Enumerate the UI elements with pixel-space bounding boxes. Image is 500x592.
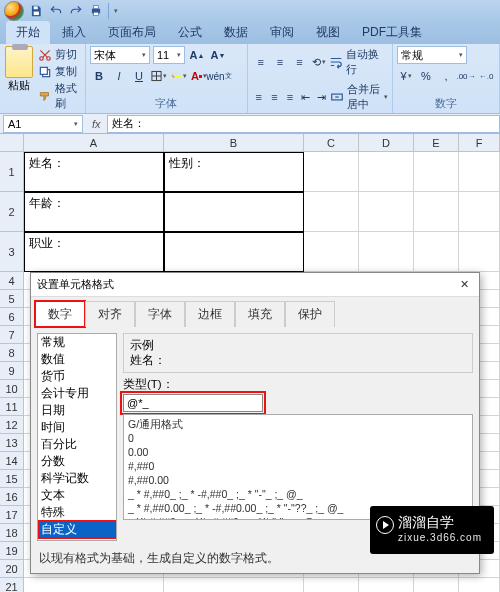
row-header[interactable]: 2 [0, 192, 24, 232]
row-header[interactable]: 3 [0, 232, 24, 272]
row-header[interactable]: 13 [0, 434, 24, 452]
format-list[interactable]: G/通用格式 0 0.00 #,##0 #,##0.00 _ * #,##0_ … [123, 414, 473, 520]
save-icon[interactable] [28, 3, 44, 19]
increase-indent-button[interactable]: ⇥ [314, 88, 328, 106]
cell[interactable] [304, 232, 359, 272]
category-item[interactable]: 日期 [38, 402, 116, 419]
decrease-indent-button[interactable]: ⇤ [299, 88, 313, 106]
cell[interactable] [414, 232, 459, 272]
tab-insert[interactable]: 插入 [52, 21, 96, 44]
row-header[interactable]: 21 [0, 578, 24, 592]
currency-button[interactable]: ¥▾ [397, 67, 415, 85]
align-right-button[interactable]: ≡ [283, 88, 297, 106]
print-icon[interactable] [88, 3, 104, 19]
row-header[interactable]: 20 [0, 560, 24, 578]
number-format-select[interactable]: 常规▾ [397, 46, 467, 64]
cell[interactable] [414, 152, 459, 192]
wrap-text-button[interactable]: 自动换行 [329, 46, 388, 78]
cell[interactable] [459, 192, 500, 232]
tab-review[interactable]: 审阅 [260, 21, 304, 44]
close-button[interactable]: ✕ [455, 276, 473, 294]
cell[interactable] [414, 192, 459, 232]
category-item[interactable]: 货币 [38, 368, 116, 385]
cell-a2[interactable]: 年龄： [24, 192, 164, 232]
bold-button[interactable]: B [90, 67, 108, 85]
tab-pdf[interactable]: PDF工具集 [352, 21, 432, 44]
category-item-custom[interactable]: 自定义 [38, 521, 116, 538]
category-item[interactable]: 科学记数 [38, 470, 116, 487]
shrink-font-button[interactable]: A▼ [209, 46, 227, 64]
cell[interactable] [359, 152, 414, 192]
cell-b3[interactable] [164, 232, 304, 272]
copy-button[interactable]: 复制 [38, 63, 81, 80]
cell[interactable] [459, 152, 500, 192]
align-left-button[interactable]: ≡ [252, 88, 266, 106]
merge-center-button[interactable]: 合并后居中▾ [330, 81, 388, 113]
percent-button[interactable]: % [417, 67, 435, 85]
type-input[interactable] [123, 394, 263, 412]
dialog-tab-font[interactable]: 字体 [135, 301, 185, 327]
cell-a1[interactable]: 姓名： [24, 152, 164, 192]
col-header[interactable]: F [459, 134, 500, 151]
fx-button[interactable]: fx [86, 118, 107, 130]
category-item[interactable]: 数值 [38, 351, 116, 368]
row-header[interactable]: 4 [0, 272, 24, 290]
cell[interactable] [164, 578, 304, 592]
cell[interactable] [459, 578, 500, 592]
row-header[interactable]: 12 [0, 416, 24, 434]
name-box[interactable]: A1▾ [3, 115, 83, 133]
cell[interactable] [414, 578, 459, 592]
underline-button[interactable]: U [130, 67, 148, 85]
row-header[interactable]: 18 [0, 524, 24, 542]
category-item[interactable]: 会计专用 [38, 385, 116, 402]
category-list[interactable]: 常规 数值 货币 会计专用 日期 时间 百分比 分数 科学记数 文本 特殊 自定… [37, 333, 117, 541]
row-header[interactable]: 14 [0, 452, 24, 470]
tab-view[interactable]: 视图 [306, 21, 350, 44]
cut-button[interactable]: 剪切 [38, 46, 81, 63]
select-all-corner[interactable] [0, 134, 24, 151]
col-header[interactable]: C [304, 134, 359, 151]
dialog-titlebar[interactable]: 设置单元格格式 ✕ [31, 273, 479, 297]
cell[interactable] [359, 232, 414, 272]
tab-page-layout[interactable]: 页面布局 [98, 21, 166, 44]
col-header[interactable]: A [24, 134, 164, 151]
align-top-button[interactable]: ≡ [252, 53, 269, 71]
cell-a3[interactable]: 职业： [24, 232, 164, 272]
col-header[interactable]: E [414, 134, 459, 151]
cell[interactable] [304, 192, 359, 232]
row-header[interactable]: 9 [0, 362, 24, 380]
category-item[interactable]: 文本 [38, 487, 116, 504]
cell[interactable] [359, 578, 414, 592]
cell[interactable] [24, 578, 164, 592]
cell-b1[interactable]: 性别： [164, 152, 304, 192]
office-button[interactable] [4, 1, 24, 21]
orientation-button[interactable]: ⟲▾ [310, 53, 327, 71]
row-header[interactable]: 7 [0, 326, 24, 344]
row-header[interactable]: 17 [0, 506, 24, 524]
dialog-tab-fill[interactable]: 填充 [235, 301, 285, 327]
row-header[interactable]: 1 [0, 152, 24, 192]
row-header[interactable]: 15 [0, 470, 24, 488]
row-header[interactable]: 8 [0, 344, 24, 362]
phonetic-button[interactable]: wén文 [210, 67, 228, 85]
cell[interactable] [459, 232, 500, 272]
font-name-select[interactable]: 宋体▾ [90, 46, 150, 64]
italic-button[interactable]: I [110, 67, 128, 85]
format-painter-button[interactable]: 格式刷 [38, 80, 81, 112]
align-bottom-button[interactable]: ≡ [291, 53, 308, 71]
row-header[interactable]: 11 [0, 398, 24, 416]
row-header[interactable]: 10 [0, 380, 24, 398]
increase-decimal-button[interactable]: .00→ [457, 67, 475, 85]
border-button[interactable]: ▾ [150, 67, 168, 85]
redo-icon[interactable] [68, 3, 84, 19]
col-header[interactable]: D [359, 134, 414, 151]
cell[interactable] [304, 578, 359, 592]
category-item[interactable]: 常规 [38, 334, 116, 351]
comma-button[interactable]: , [437, 67, 455, 85]
tab-home[interactable]: 开始 [6, 21, 50, 44]
row-header[interactable]: 19 [0, 542, 24, 560]
category-item[interactable]: 特殊 [38, 504, 116, 521]
fill-color-button[interactable]: ▾ [170, 67, 188, 85]
align-middle-button[interactable]: ≡ [271, 53, 288, 71]
row-header[interactable]: 6 [0, 308, 24, 326]
